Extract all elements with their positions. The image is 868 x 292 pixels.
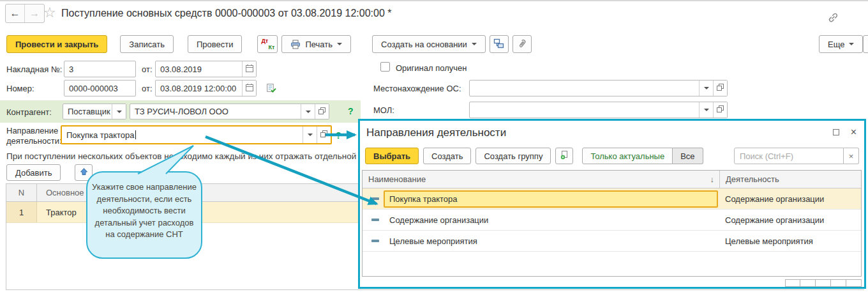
open-icon <box>716 83 724 93</box>
calendar-button[interactable] <box>242 61 256 77</box>
all-toggle[interactable]: Все <box>673 148 703 164</box>
dropdown-button[interactable] <box>699 102 713 118</box>
printer-icon <box>290 40 301 49</box>
number-field[interactable]: 0000-000003 <box>64 80 136 96</box>
post-and-close-button[interactable]: Провести и закрыть <box>6 35 107 53</box>
calendar-icon <box>245 83 254 94</box>
post-button[interactable]: Провести <box>188 35 243 53</box>
from-label: от: <box>142 84 153 93</box>
column-header-activity: Деятельность <box>719 171 861 188</box>
number-datetime-field[interactable]: 03.08.2019 12:00:00 <box>155 80 257 96</box>
open-button[interactable] <box>713 102 727 118</box>
hint-callout: Укажите свое направление деятельности, е… <box>86 171 202 259</box>
create-based-on-button[interactable]: Создать на основании <box>372 35 486 53</box>
back-arrow-icon: ← <box>10 8 20 19</box>
kt-icon: Кт <box>269 44 275 50</box>
popup-toolbar: Выбрать Создать Создать группу Только ак… <box>365 148 859 164</box>
chevron-down-icon <box>337 43 342 45</box>
maximize-icon[interactable] <box>833 129 839 135</box>
create-button[interactable]: Создать <box>423 148 471 164</box>
counterparty-label: Контрагент: <box>6 107 52 117</box>
write-button[interactable]: Записать <box>120 35 174 53</box>
directions-list-header[interactable]: Наименование↓ Деятельность <box>363 171 861 188</box>
counterparty-help-link[interactable]: ? <box>348 106 354 116</box>
chevron-down-icon <box>704 87 709 89</box>
copy-document-icon <box>560 150 569 162</box>
original-received-label: Оригинал получен <box>396 63 467 73</box>
forward-button[interactable]: → <box>25 4 44 22</box>
chevron-down-icon <box>704 109 709 111</box>
open-button[interactable] <box>315 104 329 119</box>
search-placeholder: Поиск (Ctrl+F) <box>740 151 793 161</box>
document-title: Поступление основных средств 0000-000003… <box>61 8 391 19</box>
command-bar: Провести и закрыть Записать Провести Дт … <box>6 35 532 53</box>
calendar-button[interactable] <box>242 81 256 96</box>
invoice-no-label: Накладная №: <box>6 65 62 74</box>
column-header-name: Наименование <box>368 174 426 184</box>
up-arrow-icon <box>80 167 88 178</box>
dtkt-postings-button[interactable]: Дт Кт <box>257 35 278 53</box>
hint-callout-text: Укажите свое направление деятельности, е… <box>90 181 198 241</box>
search-input[interactable]: Поиск (Ctrl+F) <box>734 148 844 164</box>
list-row[interactable]: Содержание организации Содержание органи… <box>363 210 861 231</box>
clear-icon: × <box>849 151 854 161</box>
list-item-icon <box>371 240 379 242</box>
favorite-star-icon[interactable]: ☆ <box>43 5 56 20</box>
directions-list: Наименование↓ Деятельность Покупка тракт… <box>362 170 862 277</box>
direction-field[interactable]: Покупка трактора <box>61 125 332 144</box>
sort-descending-icon: ↓ <box>710 174 715 184</box>
app-window: ← → ☆ Поступление основных средств 0000-… <box>0 0 868 292</box>
list-row-selected[interactable]: Покупка трактора Содержание организации <box>363 188 861 210</box>
get-link-icon[interactable] <box>827 12 839 26</box>
list-row[interactable]: Целевые мероприятия Целевые мероприятия <box>363 231 861 252</box>
direction-help-link[interactable]: ? <box>336 130 341 141</box>
dt-icon: Дт <box>261 38 268 44</box>
counterparty-type-select[interactable]: Поставщик <box>63 104 126 119</box>
dropdown-button[interactable] <box>301 104 315 119</box>
dropdown-button[interactable] <box>303 127 317 143</box>
dropdown-button[interactable] <box>112 104 126 119</box>
invoice-no-field[interactable]: 3 <box>64 61 136 77</box>
add-row-button[interactable]: Добавить <box>6 164 61 181</box>
original-received-checkbox[interactable] <box>380 62 390 72</box>
create-group-button[interactable]: Создать группу <box>475 148 551 164</box>
callout-tail <box>128 144 204 178</box>
invoice-date-field[interactable]: 03.08.2019 <box>155 61 257 77</box>
close-icon[interactable]: × <box>851 128 857 136</box>
document-structure-icon <box>493 38 504 50</box>
popup-title: Направления деятельности <box>366 127 506 139</box>
print-button[interactable]: Печать <box>281 35 351 53</box>
mol-label: МОЛ: <box>373 105 394 115</box>
list-item-icon <box>371 197 379 200</box>
chevron-down-icon <box>306 111 311 113</box>
attachments-button[interactable] <box>513 35 532 53</box>
open-button[interactable] <box>713 81 727 96</box>
back-button[interactable]: ← <box>6 4 25 22</box>
window-top-border <box>0 0 868 1</box>
only-actual-toggle[interactable]: Только актуальные <box>582 148 673 164</box>
text-cursor <box>135 130 136 139</box>
location-field[interactable] <box>469 80 728 96</box>
list-footer-cells <box>785 279 862 287</box>
directions-popup-window: Направления деятельности × Выбрать Созда… <box>358 119 866 289</box>
number-label: Номер: <box>6 84 34 93</box>
search-clear-button[interactable]: × <box>844 148 859 164</box>
chevron-down-icon <box>472 43 477 45</box>
column-header-n: N <box>6 184 37 201</box>
chevron-down-icon <box>117 111 122 113</box>
open-icon <box>318 107 326 117</box>
select-button[interactable]: Выбрать <box>365 148 419 164</box>
mol-field[interactable] <box>469 102 728 118</box>
more-button[interactable]: Еще <box>819 35 863 53</box>
help-button-partial[interactable] <box>863 35 868 53</box>
counterparty-field[interactable]: ТЗ РУСИЧ-ЛОВОЛ ООО <box>130 104 329 119</box>
create-by-copy-button[interactable] <box>555 148 573 164</box>
from-label: от: <box>142 65 153 74</box>
open-button[interactable] <box>317 127 331 143</box>
paperclip-icon <box>517 38 527 50</box>
related-documents-button[interactable] <box>490 35 509 53</box>
chevron-down-icon <box>308 134 313 136</box>
nav-button-group: ← → <box>5 4 45 23</box>
dropdown-button[interactable] <box>699 81 713 96</box>
edit-number-icon[interactable] <box>266 83 276 95</box>
